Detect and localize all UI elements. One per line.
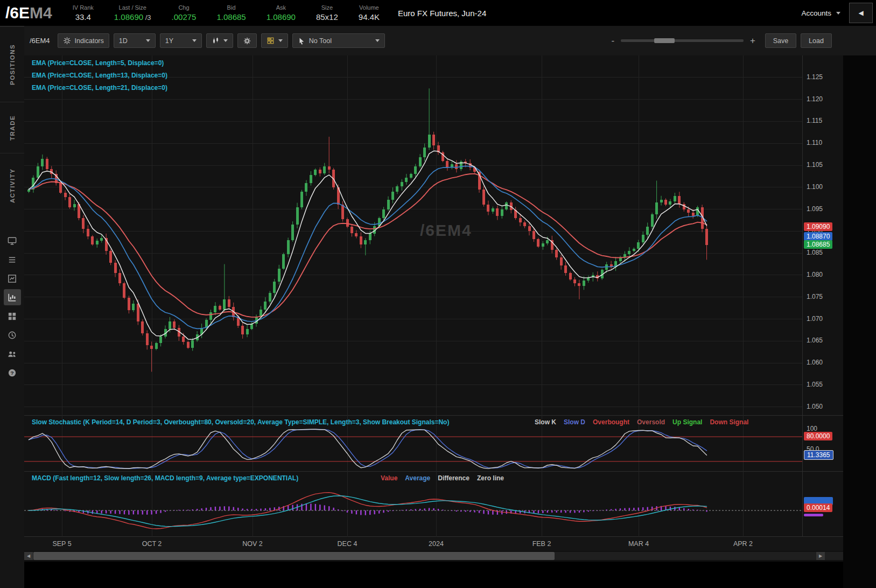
legend-item: Down Signal — [710, 418, 748, 426]
svg-text:/6EM4: /6EM4 — [420, 221, 472, 239]
range-value: 1Y — [165, 37, 173, 45]
scrollbar-thumb[interactable] — [33, 552, 555, 560]
macd-title[interactable]: MACD (Fast length=12, Slow length=26, MA… — [32, 474, 298, 482]
header-field-iv-rank: IV Rank33.4 — [73, 4, 94, 22]
scroll-right-button[interactable]: ▶ — [816, 552, 825, 560]
legend-item: Average — [405, 474, 430, 482]
chevron-down-icon — [278, 39, 283, 42]
ema5-label[interactable]: EMA (Price=CLOSE, Length=5, Displace=0) — [32, 59, 167, 67]
save-button[interactable]: Save — [765, 33, 796, 48]
price-tick: 1.085 — [807, 249, 823, 256]
trade-icon[interactable] — [4, 270, 21, 286]
stochastic-title[interactable]: Slow Stochastic (K Period=14, D Period=3… — [32, 418, 449, 426]
monitor-icon[interactable] — [4, 233, 21, 249]
stochastic-legend: Slow KSlow DOverboughtOversoldUp SignalD… — [535, 418, 748, 426]
price-tick: 1.115 — [807, 117, 822, 124]
timeframe-dropdown[interactable]: 1D — [114, 33, 156, 48]
study-labels: EMA (Price=CLOSE, Length=5, Displace=0) … — [32, 59, 167, 96]
chart-style-dropdown[interactable] — [206, 33, 233, 48]
header-field-bid: Bid1.08685 — [216, 4, 246, 22]
legend-item: Up Signal — [672, 418, 702, 426]
sidebar: POSITIONS TRADE ACTIVITY — [0, 26, 24, 588]
price-tick: 1.080 — [807, 271, 823, 278]
price-bubble: 1.08870 — [804, 232, 832, 241]
stoch-overbought-bubble: 80.0000 — [804, 432, 832, 440]
legend-item: Overbought — [593, 418, 629, 426]
price-tick: 1.065 — [807, 337, 823, 344]
price-tick: 1.060 — [807, 359, 823, 366]
macd-axis[interactable]: 0.00014 — [802, 472, 843, 536]
header-fields: IV Rank33.4Last / Size1.08690 /3Chg.0027… — [52, 4, 380, 22]
sidebar-tab-trade[interactable]: TRADE — [0, 102, 24, 153]
sidebar-icons: ? — [0, 233, 24, 381]
time-axis-label: DEC 4 — [338, 540, 358, 548]
collapse-panel-button[interactable]: ◀ — [849, 3, 873, 23]
chevron-down-icon — [223, 39, 228, 42]
stochastic-axis[interactable]: 10050.080.000011.3365 — [802, 416, 843, 471]
header-field-last-size: Last / Size1.08690 /3 — [114, 4, 151, 22]
header-field-ask: Ask1.08690 — [267, 4, 296, 22]
load-button[interactable]: Load — [801, 33, 832, 48]
indicators-icon — [63, 37, 71, 45]
zoom-in-button[interactable]: + — [750, 36, 755, 46]
chart-scrollbar[interactable]: ◀ ▶ — [24, 551, 876, 562]
macd-panel: MACD (Fast length=12, Slow length=26, MA… — [24, 472, 876, 537]
candle-chart-icon — [212, 37, 220, 45]
macd-legend: ValueAverageDifferenceZero line — [381, 474, 504, 482]
indicators-label: Indicators — [75, 37, 104, 45]
chart-settings-button[interactable] — [237, 33, 257, 48]
cursor-icon — [298, 37, 305, 45]
symbol-title: /6EM4 — [5, 0, 52, 26]
gear-icon — [243, 37, 251, 45]
zoom-out-button[interactable]: - — [611, 36, 614, 46]
ema13-label[interactable]: EMA (Price=CLOSE, Length=13, Displace=0) — [32, 72, 167, 79]
header-field-chg: Chg.00275 — [172, 4, 197, 22]
chart-icon[interactable] — [4, 289, 21, 305]
legend-item: Slow D — [564, 418, 585, 426]
chevron-down-icon — [836, 12, 840, 15]
sidebar-tab-activity[interactable]: ACTIVITY — [0, 153, 24, 218]
price-tick: 1.095 — [807, 205, 823, 213]
stoch-tick-100: 100 — [807, 425, 817, 432]
price-bubble: 1.08685 — [804, 240, 832, 249]
legend-item: Value — [381, 474, 397, 482]
zoom-slider-thumb[interactable] — [654, 38, 675, 43]
grid-icon[interactable] — [4, 308, 21, 324]
price-tick: 1.055 — [807, 381, 823, 388]
price-bubble: 1.09090 — [804, 222, 832, 231]
zoom-control: - + — [611, 36, 755, 46]
chevron-down-icon — [375, 39, 380, 42]
sidebar-tab-positions[interactable]: POSITIONS — [0, 26, 24, 102]
ema21-label[interactable]: EMA (Price=CLOSE, Length=21, Displace=0) — [32, 84, 167, 92]
help-icon[interactable]: ? — [4, 365, 21, 381]
candlestick-chart[interactable]: /6EM4 — [24, 55, 802, 416]
accounts-dropdown[interactable]: Accounts — [801, 9, 840, 17]
time-axis-label: MAR 4 — [628, 540, 649, 548]
clock-icon[interactable] — [4, 327, 21, 343]
watchlist-icon[interactable] — [4, 251, 21, 268]
header-field-volume: Volume94.4K — [359, 4, 380, 22]
zoom-slider[interactable] — [621, 39, 744, 42]
legend-item: Difference — [438, 474, 469, 482]
drawing-tool-dropdown[interactable]: No Tool — [292, 33, 385, 48]
instrument-description: Euro FX Futures, Jun-24 — [398, 9, 486, 18]
time-axis-label: FEB 2 — [532, 540, 551, 548]
grid-layout-dropdown[interactable] — [261, 33, 288, 48]
macd-difference-bubble — [804, 514, 823, 516]
time-axis-label: 2024 — [429, 540, 444, 548]
indicators-button[interactable]: Indicators — [58, 33, 109, 48]
time-axis-label: SEP 5 — [52, 540, 71, 548]
scroll-left-button[interactable]: ◀ — [24, 552, 33, 560]
macd-value-bubble: 0.00014 — [804, 503, 832, 512]
legend-item: Zero line — [477, 474, 504, 482]
price-tick: 1.070 — [807, 315, 823, 323]
stoch-value-bubble: 11.3365 — [804, 450, 833, 460]
legend-item: Oversold — [637, 418, 665, 426]
price-tick: 1.120 — [807, 95, 823, 103]
people-icon[interactable] — [4, 346, 21, 362]
toolbar-symbol-label: /6EM4 — [30, 37, 50, 45]
price-chart-panel: /6EM4 EMA (Price=CLOSE, Length=5, Displa… — [24, 55, 876, 416]
range-dropdown[interactable]: 1Y — [160, 33, 202, 48]
price-axis[interactable]: 1.0501.0551.0601.0651.0701.0751.0801.085… — [802, 55, 843, 415]
tool-label: No Tool — [309, 37, 332, 45]
